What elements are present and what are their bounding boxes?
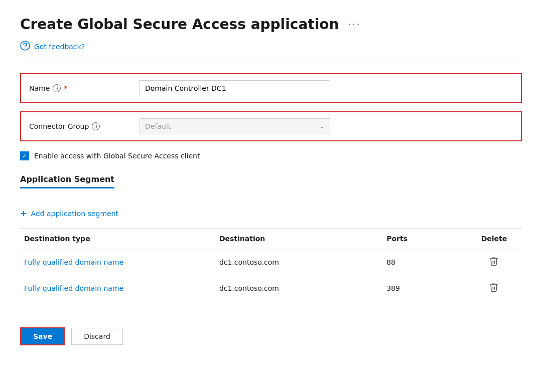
checkbox-label: Enable access with Global Secure Access … xyxy=(34,152,200,160)
name-info-icon[interactable]: i xyxy=(53,84,61,92)
name-label: Name i * xyxy=(29,84,140,92)
connector-group-label: Connector Group i xyxy=(29,122,140,130)
ports-cell: 88 xyxy=(382,249,466,275)
destination-type-link[interactable]: Fully qualified domain name xyxy=(24,258,123,266)
feedback-link[interactable]: Got feedback? xyxy=(20,41,522,61)
discard-button[interactable]: Discard xyxy=(71,328,123,345)
name-label-text: Name xyxy=(29,84,50,92)
connector-group-label-text: Connector Group xyxy=(29,122,89,130)
delete-row-button[interactable] xyxy=(489,282,499,292)
destination-cell: dc1.contoso.com xyxy=(215,249,382,275)
delete-cell xyxy=(466,275,522,301)
chevron-down-icon: ⌄ xyxy=(320,123,325,130)
col-header-ports: Ports xyxy=(382,229,466,249)
plus-icon: + xyxy=(20,209,27,218)
segments-table: Destination type Destination Ports Delet… xyxy=(20,229,522,301)
connector-group-select[interactable]: Default ⌄ xyxy=(140,118,330,134)
connector-group-select-wrapper[interactable]: Default ⌄ xyxy=(140,118,330,134)
svg-point-0 xyxy=(21,41,30,50)
col-header-delete: Delete xyxy=(466,229,522,249)
delete-cell xyxy=(466,249,522,275)
svg-point-1 xyxy=(25,48,26,49)
name-field-row: Name i * xyxy=(20,73,522,103)
feedback-icon xyxy=(20,41,30,53)
table-row: Fully qualified domain namedc1.contoso.c… xyxy=(20,275,522,301)
table-row: Fully qualified domain namedc1.contoso.c… xyxy=(20,249,522,275)
destination-cell: dc1.contoso.com xyxy=(215,275,382,301)
checkmark-icon: ✓ xyxy=(22,152,27,159)
ports-cell: 389 xyxy=(382,275,466,301)
checkbox-row: ✓ Enable access with Global Secure Acces… xyxy=(20,151,522,160)
application-segment-section: Application Segment + Add application se… xyxy=(20,174,522,301)
add-application-segment-button[interactable]: + Add application segment xyxy=(20,209,118,218)
add-segment-label: Add application segment xyxy=(31,210,118,218)
table-header-row: Destination type Destination Ports Delet… xyxy=(20,229,522,249)
connector-group-value: Default xyxy=(145,122,171,130)
footer-actions: Save Discard xyxy=(20,317,522,345)
destination-type-link[interactable]: Fully qualified domain name xyxy=(24,284,123,292)
page-title: Create Global Secure Access application xyxy=(20,16,339,33)
connector-group-field-row: Connector Group i Default ⌄ xyxy=(20,111,522,141)
col-header-destination-type: Destination type xyxy=(20,229,215,249)
enable-access-checkbox[interactable]: ✓ xyxy=(20,151,29,160)
name-required-indicator: * xyxy=(64,84,67,92)
feedback-label: Got feedback? xyxy=(34,43,85,51)
col-header-destination: Destination xyxy=(215,229,382,249)
delete-row-button[interactable] xyxy=(489,256,499,266)
connector-group-info-icon[interactable]: i xyxy=(92,122,100,130)
ellipsis-menu-button[interactable]: ··· xyxy=(345,18,363,32)
name-input[interactable] xyxy=(140,80,330,96)
section-title: Application Segment xyxy=(20,174,114,188)
save-button[interactable]: Save xyxy=(20,327,65,345)
